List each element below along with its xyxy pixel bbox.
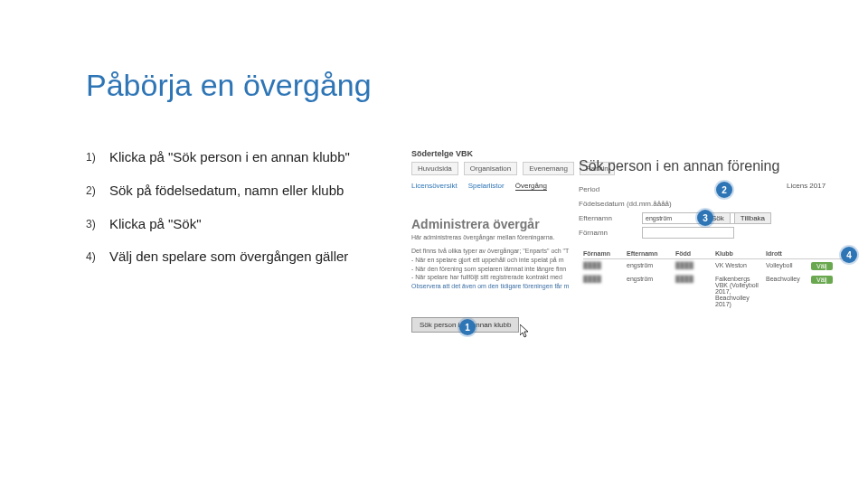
tab-huvudsida[interactable]: Huvudsida [411,162,458,175]
select-button[interactable]: Välj [811,276,833,284]
step-4: 4) Välj den spelare som övergången gälle… [86,249,375,266]
license-label: Licens 2017 [787,182,826,190]
step-number: 2) [86,183,109,200]
results-table: Förnamn Efternamn Född Klubb Idrott ████… [583,250,854,310]
cell-klubb: Falkenbergs VBK (Volleyboll 2017, Beachv… [715,276,760,307]
firstname-label: Förnamn [579,229,642,237]
cell-efternamn: engström [627,276,670,282]
cell-fornamn: ████ [583,276,621,282]
step-number: 4) [86,249,109,266]
subtab-licensoversikt[interactable]: Licensöversikt [411,182,458,191]
table-row: ████ engström ████ VK Weston Volleyboll … [583,259,854,273]
cell-fornamn: ████ [583,262,621,268]
sub-tabs: Licensöversikt Spelarlistor Övergång [411,182,547,191]
col-klubb: Klubb [715,250,760,257]
step-3: 3) Klicka på "Sök" [86,216,375,233]
step-text: Välj den spelare som övergången gäller [109,249,375,266]
cell-idrott: Beachvolley [766,276,806,282]
select-button[interactable]: Välj [811,262,833,270]
callout-marker-2: 2 [716,182,732,198]
lastname-label: Efternamn [579,214,642,222]
cell-efternamn: engström [627,262,670,268]
embedded-screenshot: Södertelge VBK Huvudsida Organisation Ev… [407,149,854,357]
step-text: Sök på födelsedatum, namn eller klubb [109,183,375,200]
steps-list: 1) Klicka på "Sök person i en annan klub… [86,149,375,282]
col-efternamn: Efternamn [627,250,670,257]
table-row: ████ engström ████ Falkenbergs VBK (Voll… [583,273,854,310]
cell-fodd: ████ [675,262,710,268]
admin-heading: Administrera övergår [411,217,540,231]
table-header: Förnamn Efternamn Född Klubb Idrott [583,250,854,259]
birthdate-label: Födelsedatum (dd.mm.åååå) [579,200,687,208]
bullet: - När den förening som spelaren lämnat i… [411,265,569,274]
bullet: - När spelare har fullföljt sitt registr… [411,273,569,282]
step-number: 3) [86,216,109,233]
cursor-icon [520,324,531,339]
cell-klubb: VK Weston [715,262,760,268]
firstname-input[interactable] [642,227,734,239]
subtab-spelarlistor[interactable]: Spelarlistor [468,182,505,191]
bullet: Det finns två olika typer av övergångar;… [411,247,569,256]
step-2: 2) Sök på födelsedatum, namn eller klubb [86,183,375,200]
col-idrott: Idrott [766,250,806,257]
panel-title: Sök person i en annan förening [579,158,779,174]
org-name: Södertelge VBK [411,149,473,158]
admin-subtext: Här administreras övergångar mellan före… [411,234,554,240]
callout-marker-1: 1 [459,319,476,335]
step-text: Klicka på "Sök" [109,216,375,233]
step-text: Klicka på "Sök person i en annan klubb" [109,149,375,166]
info-bullets: Det finns två olika typer av övergångar;… [411,247,569,282]
tab-organisation[interactable]: Organisation [464,162,517,175]
cell-fodd: ████ [675,276,710,282]
period-label: Period [579,185,642,193]
slide-title: Påbörja en övergång [86,68,372,103]
step-1: 1) Klicka på "Sök person i en annan klub… [86,149,375,166]
col-fornamn: Förnamn [583,250,621,257]
tab-evenemang[interactable]: Evenemang [523,162,574,175]
col-fodd: Född [675,250,710,257]
cell-idrott: Volleyboll [766,262,806,268]
step-number: 1) [86,149,109,166]
observe-note: Observera att det även om den tidigare f… [411,283,569,289]
subtab-overgang[interactable]: Övergång [515,182,547,191]
back-button[interactable]: Tillbaka [734,212,771,224]
bullet: - När en spelare gjort ett uppehåll och … [411,256,569,265]
callout-marker-3: 3 [697,210,713,226]
callout-marker-4: 4 [841,247,857,263]
